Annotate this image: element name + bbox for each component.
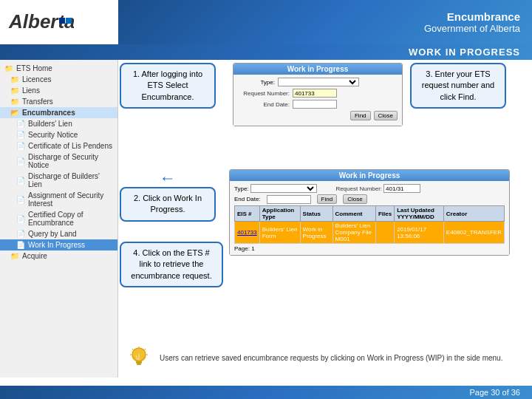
sidebar-item-builders-lien[interactable]: 📄 Builders' Lien xyxy=(0,118,117,129)
cell-comment: Builders' Lien Company File M001 xyxy=(332,222,375,244)
sidebar-item-query-land[interactable]: 📄 Query by Land xyxy=(0,228,117,239)
wip2-enddate-row: End Date: Find Close xyxy=(234,194,505,204)
page-icon: 📄 xyxy=(16,196,25,204)
info-box: Users can retrieve saved encumbrance req… xyxy=(126,345,525,372)
sidebar-item-discharge-builders[interactable]: 📄 Discharge of Builders' Lien xyxy=(0,171,117,190)
result-table: EIS # Application Type Status Comment Fi… xyxy=(234,205,505,244)
svg-rect-1 xyxy=(59,18,65,24)
wip-row-request: Request Number: xyxy=(238,89,398,98)
lightbulb-icon xyxy=(126,345,152,372)
arrow-down-1: ↓ xyxy=(159,175,178,183)
col-comment: Comment xyxy=(332,206,375,222)
folder-icon: 📁 xyxy=(10,252,19,260)
sidebar-item-discharge-security[interactable]: 📄 Discharge of Security Notice xyxy=(0,151,117,171)
col-creator: Creator xyxy=(443,206,504,222)
page-icon: 📄 xyxy=(16,120,25,128)
cell-apptype: Builders' Lien Form xyxy=(259,222,300,244)
svg-line-7 xyxy=(145,349,146,350)
page-icon: 📄 xyxy=(16,142,25,150)
col-apptype: Application Type xyxy=(259,206,300,222)
request-number-input-2[interactable] xyxy=(383,184,420,193)
wip-form2: Work in Progress Type: Request Number: E… xyxy=(229,169,510,256)
wip2-request-row: Request Number: xyxy=(323,184,420,193)
page-icon: 📄 xyxy=(16,230,25,238)
close-button-2[interactable]: Close xyxy=(343,194,366,204)
page-icon: 📄 xyxy=(16,241,25,249)
logo-area: Alberta xyxy=(0,0,118,44)
info-text: Users can retrieve saved encumbrance req… xyxy=(160,353,502,364)
step4-box: 4. Click on the ETS # link to retrieve t… xyxy=(120,242,223,287)
header-title-sub: Government of Alberta xyxy=(424,23,520,34)
sidebar-item-licences[interactable]: 📁 Licences xyxy=(0,74,117,85)
alberta-logo: Alberta xyxy=(7,7,74,37)
wip-form1-buttons: Find Close xyxy=(238,111,398,120)
page-footer: Page 30 of 36 xyxy=(0,386,532,399)
sidebar-item-assignment[interactable]: 📄 Assignment of Security Interest xyxy=(0,190,117,209)
right-panel: 1. After logging into ETS Select Encumbr… xyxy=(118,60,532,378)
sidebar-item-encumbrances[interactable]: 📂 Encumbrances xyxy=(0,107,117,118)
sidebar-item-security-notice[interactable]: 📄 Security Notice xyxy=(0,129,117,140)
header-title-main: Encumbrance xyxy=(447,10,520,23)
sidebar-item-home[interactable]: 📁 ETS Home xyxy=(0,63,117,74)
cell-eis: 401733 xyxy=(235,222,260,244)
step2-box: 2. Click on Work In Progress. xyxy=(120,187,216,222)
step3-box: 3. Enter your ETS request number and cli… xyxy=(410,63,506,109)
type-dropdown[interactable] xyxy=(278,78,359,86)
folder-icon: 📁 xyxy=(10,98,19,106)
eis-link[interactable]: 401733 xyxy=(237,229,257,236)
folder-icon: 📂 xyxy=(10,109,19,117)
page-icon: 📄 xyxy=(16,177,25,185)
cell-creator: E40802_TRANSFER xyxy=(443,222,504,244)
page-indicator: Page: 1 xyxy=(234,245,505,252)
wip-banner: WORK IN PROGRESS xyxy=(0,44,532,60)
svg-rect-4 xyxy=(136,361,142,364)
request-label-2: Request Number: xyxy=(323,185,382,192)
find-button-1[interactable]: Find xyxy=(350,111,371,120)
enddate-label: End Date: xyxy=(238,101,290,108)
find-button-2[interactable]: Find xyxy=(317,194,338,204)
sidebar-item-lis-pendens[interactable]: 📄 Certificate of Lis Pendens xyxy=(0,140,117,151)
request-label: Request Number: xyxy=(238,90,290,97)
close-button-1[interactable]: Close xyxy=(374,111,398,120)
wip-row-enddate: End Date: xyxy=(238,100,398,109)
svg-line-9 xyxy=(132,349,134,350)
page-icon: 📄 xyxy=(16,157,25,166)
wip-row-type: Type: xyxy=(238,78,398,86)
folder-icon: 📁 xyxy=(10,86,19,95)
col-eis: EIS # xyxy=(235,206,260,222)
request-number-input[interactable] xyxy=(293,89,337,98)
col-status: Status xyxy=(300,206,332,222)
main-content: 📁 ETS Home 📁 Licences 📁 Liens 📁 Transfer… xyxy=(0,60,532,378)
svg-rect-2 xyxy=(66,18,72,24)
cell-updated: 2019/01/17 13:56:06 xyxy=(395,222,444,244)
cell-status: Work in Progress xyxy=(300,222,332,244)
wip-form2-body: Type: Request Number: End Date: Find Clo… xyxy=(230,181,509,255)
sidebar-item-certified-copy[interactable]: 📄 Certified Copy of Encumbrance xyxy=(0,209,117,228)
wip-form2-header: Work in Progress xyxy=(230,170,509,181)
step1-box: 1. After logging into ETS Select Encumbr… xyxy=(120,63,216,109)
wip-form1-header: Work in Progress xyxy=(233,64,402,75)
type-dropdown-2[interactable] xyxy=(250,184,317,193)
sidebar-item-transfers[interactable]: 📁 Transfers xyxy=(0,96,117,107)
wip-form1: Work in Progress Type: Request Number: E… xyxy=(233,63,403,126)
folder-icon: 📁 xyxy=(10,75,19,83)
page-icon: 📄 xyxy=(16,131,25,139)
wip-form2-fields: Type: Request Number: xyxy=(234,184,505,193)
page-icon: 📄 xyxy=(16,215,25,223)
wip-form1-body: Type: Request Number: End Date: Find Clo… xyxy=(233,75,402,126)
folder-icon: 📁 xyxy=(4,64,13,72)
header-title-block: Encumbrance Government of Alberta xyxy=(118,0,532,44)
wip2-type-row: Type: xyxy=(234,184,317,193)
sidebar-item-work-in-progress[interactable]: 📄 Work In Progress xyxy=(0,239,117,250)
col-files: Files xyxy=(375,206,394,222)
svg-rect-5 xyxy=(137,364,141,365)
sidebar-item-acquire[interactable]: 📁 Acquire xyxy=(0,250,117,262)
col-updated: Last Updated YYYY/MM/DD xyxy=(395,206,444,222)
header: Alberta Encumbrance Government of Albert… xyxy=(0,0,532,44)
table-row: 401733 Builders' Lien Form Work in Progr… xyxy=(235,222,505,244)
enddate-label-2: End Date: xyxy=(234,196,261,202)
sidebar-item-liens[interactable]: 📁 Liens xyxy=(0,85,117,96)
end-date-input-2[interactable] xyxy=(267,195,311,204)
end-date-input[interactable] xyxy=(293,100,337,109)
sidebar: 📁 ETS Home 📁 Licences 📁 Liens 📁 Transfer… xyxy=(0,60,118,378)
